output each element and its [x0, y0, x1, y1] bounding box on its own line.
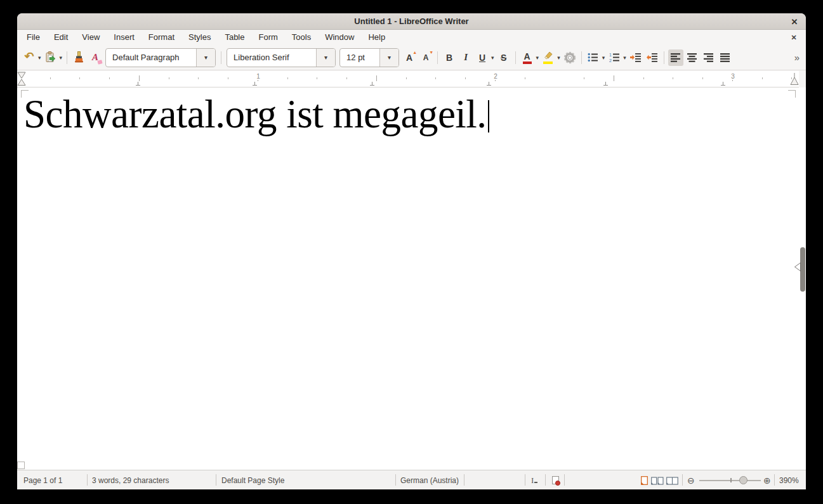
undo-dropdown-icon[interactable]: ▾ [38, 55, 41, 61]
highlight-dropdown-icon[interactable]: ▾ [557, 55, 560, 61]
align-center-icon [687, 53, 697, 62]
zoom-out-button[interactable]: ⊖ [687, 470, 695, 489]
decrease-font-icon: A [423, 53, 429, 62]
svg-text:2: 2 [609, 58, 612, 63]
horizontal-ruler: 1 2 3 [17, 71, 799, 87]
svg-text:1: 1 [609, 53, 612, 57]
underline-dropdown-icon[interactable]: ▾ [491, 55, 494, 61]
menu-tools[interactable]: Tools [285, 30, 318, 45]
font-size-combobox[interactable]: 12 pt ▾ [339, 48, 399, 67]
statusbar-separator [682, 474, 683, 486]
zoom-slider-tick [730, 478, 732, 482]
ordered-list-button[interactable]: 1 2 [607, 49, 622, 66]
zoom-slider-handle[interactable] [739, 476, 747, 484]
menu-table[interactable]: Table [218, 30, 251, 45]
insert-mode-status[interactable]: I [531, 470, 537, 489]
unordered-list-button[interactable] [586, 49, 601, 66]
bold-icon: B [446, 53, 452, 63]
indent-decrease-icon [647, 53, 658, 62]
page-number-status[interactable]: Page 1 of 1 [23, 470, 62, 489]
zoom-in-button[interactable]: ⊕ [763, 470, 771, 489]
clear-formatting-button[interactable]: A [88, 49, 103, 66]
justify-button[interactable] [718, 49, 733, 66]
menu-file[interactable]: File [20, 30, 47, 45]
titlebar[interactable]: Untitled 1 - LibreOffice Writer ✕ [17, 13, 806, 30]
unordered-list-dropdown-icon[interactable]: ▾ [602, 55, 605, 61]
paste-icon [44, 51, 56, 63]
highlighter-icon [543, 51, 553, 60]
character-dialog-button[interactable] [562, 49, 577, 66]
menubar: File Edit View Insert Format Styles Tabl… [17, 30, 806, 45]
vertical-scrollbar-thumb[interactable] [800, 247, 805, 292]
paragraph-style-combobox[interactable]: Default Paragraph ▾ [105, 48, 216, 67]
menu-window[interactable]: Window [318, 30, 361, 45]
increase-indent-button[interactable] [628, 49, 643, 66]
decrease-indent-button[interactable] [645, 49, 660, 66]
indent-increase-icon [630, 53, 642, 62]
document-page[interactable]: Schwarzatal.org ist megageil. [17, 87, 806, 470]
highlight-color-bar [543, 61, 553, 64]
ruler-number-2: 2 [492, 73, 499, 80]
align-right-button[interactable] [701, 49, 716, 66]
modified-red-dot [555, 481, 560, 486]
align-center-button[interactable] [685, 49, 700, 66]
tab-stop-marker[interactable] [603, 82, 608, 86]
language-status[interactable]: German (Austria) [400, 470, 459, 489]
clone-formatting-button[interactable] [71, 49, 86, 66]
font-name-dropdown-icon[interactable]: ▾ [316, 49, 335, 67]
align-left-button[interactable] [668, 49, 683, 66]
menu-form[interactable]: Form [251, 30, 284, 45]
tab-stop-marker[interactable] [487, 82, 491, 86]
font-size-dropdown-icon[interactable]: ▾ [379, 49, 398, 67]
menu-insert[interactable]: Insert [107, 30, 142, 45]
font-color-dropdown-icon[interactable]: ▾ [536, 55, 539, 61]
decrease-font-size-button[interactable]: A ▼ [418, 49, 433, 66]
menu-styles[interactable]: Styles [181, 30, 218, 45]
statusbar-separator [774, 474, 775, 486]
justify-icon [720, 53, 730, 62]
tab-stop-marker[interactable] [253, 82, 257, 86]
menu-edit[interactable]: Edit [47, 30, 75, 45]
toolbar-overflow-icon[interactable]: » [794, 52, 800, 63]
formatting-toolbar: ↶ ▾ ▾ A Default Paragraph [17, 45, 806, 70]
document-close-icon[interactable]: ✕ [788, 32, 800, 43]
paintbrush-icon [74, 51, 84, 63]
toolbar-separator [67, 51, 67, 64]
bold-button[interactable]: B [442, 49, 457, 66]
single-page-view-button[interactable] [641, 470, 648, 489]
left-indent-marker[interactable] [17, 72, 26, 86]
highlight-color-button[interactable] [541, 49, 556, 66]
document-text[interactable]: Schwarzatal.org ist megageil. [23, 94, 487, 134]
menu-view[interactable]: View [75, 30, 107, 45]
underline-button[interactable]: U [475, 49, 490, 66]
statusbar-separator [87, 474, 88, 486]
tab-stop-marker[interactable] [370, 82, 374, 86]
book-view-button[interactable] [666, 470, 678, 489]
tab-stop-marker[interactable] [136, 82, 140, 86]
ordered-list-dropdown-icon[interactable]: ▾ [623, 55, 626, 61]
italic-button[interactable]: I [458, 49, 473, 66]
increase-font-size-button[interactable]: A ▲ [402, 49, 417, 66]
font-color-button[interactable]: A [520, 49, 535, 66]
paste-dropdown-icon[interactable]: ▾ [60, 55, 63, 61]
undo-icon: ↶ [24, 51, 34, 62]
menu-help[interactable]: Help [361, 30, 392, 45]
toolbar-separator [515, 51, 516, 64]
window-close-icon[interactable]: ✕ [788, 15, 801, 28]
document-modified-status[interactable] [552, 470, 559, 489]
paragraph-style-dropdown-icon[interactable]: ▾ [196, 49, 215, 67]
statusbar-separator [216, 474, 216, 486]
zoom-level-status[interactable]: 390% [779, 470, 799, 489]
word-count-status[interactable]: 3 words, 29 characters [92, 470, 169, 489]
numbered-list-icon: 1 2 [609, 53, 620, 62]
multi-page-view-button[interactable] [651, 470, 664, 489]
font-name-combobox[interactable]: Liberation Serif ▾ [227, 48, 336, 67]
strikethrough-button[interactable]: S [496, 49, 511, 66]
undo-button[interactable]: ↶ [22, 49, 37, 66]
tab-stop-marker[interactable] [721, 82, 725, 86]
statusbar-separator [525, 474, 525, 486]
right-indent-marker[interactable] [790, 72, 799, 86]
menu-format[interactable]: Format [142, 30, 181, 45]
page-style-status[interactable]: Default Page Style [221, 470, 284, 489]
paste-button[interactable] [43, 49, 58, 66]
